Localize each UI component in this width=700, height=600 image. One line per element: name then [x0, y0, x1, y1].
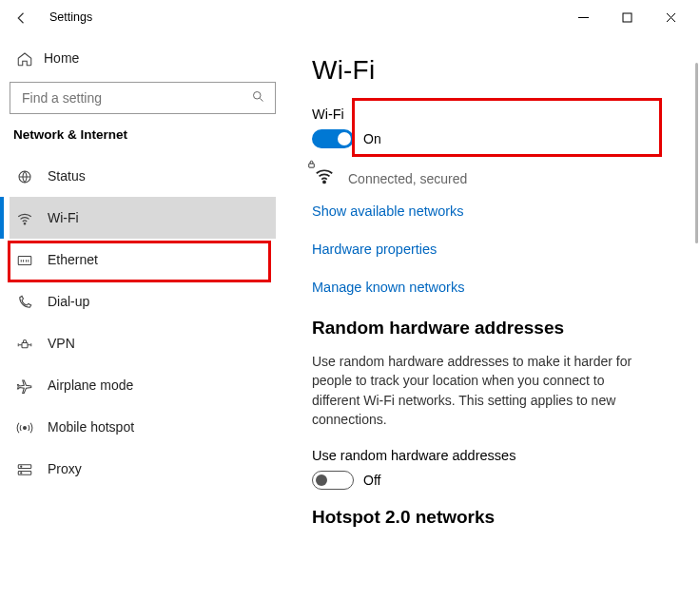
svg-point-13 — [21, 466, 22, 467]
random-addresses-description: Use random hardware addresses to make it… — [312, 352, 635, 429]
search-icon — [251, 89, 265, 106]
connection-status: Connected, secured — [312, 165, 681, 192]
link-known-networks[interactable]: Manage known networks — [312, 280, 681, 295]
svg-point-10 — [24, 426, 27, 429]
status-icon — [13, 166, 36, 184]
svg-point-4 — [254, 92, 262, 100]
sidebar-item-label: Home — [44, 50, 79, 66]
back-button[interactable] — [13, 8, 36, 26]
scrollbar-thumb[interactable] — [695, 63, 698, 243]
window-title: Settings — [49, 10, 92, 24]
sidebar-item-proxy[interactable]: Proxy — [10, 448, 276, 490]
sidebar-item-label: Airplane mode — [48, 377, 133, 393]
random-addresses-toggle[interactable] — [312, 471, 354, 490]
search-input[interactable] — [10, 82, 276, 114]
vpn-icon — [13, 334, 36, 352]
content-pane: Wi-Fi Wi-Fi On Connected, secured Show a… — [285, 34, 700, 600]
section-random-addresses: Random hardware addresses — [312, 318, 681, 339]
sidebar-item-hotspot[interactable]: Mobile hotspot — [10, 406, 276, 448]
sidebar-item-home[interactable]: Home — [10, 40, 276, 76]
svg-point-16 — [323, 181, 325, 183]
svg-rect-1 — [623, 13, 632, 22]
hotspot-icon — [13, 417, 36, 435]
wifi-toggle[interactable] — [312, 129, 354, 148]
sidebar-item-label: Proxy — [48, 461, 82, 476]
sidebar-item-label: VPN — [48, 336, 75, 351]
sidebar-item-label: Mobile hotspot — [48, 419, 134, 435]
sidebar: Home Network & Internet Status Wi-Fi — [0, 34, 285, 600]
svg-rect-8 — [18, 256, 31, 264]
link-show-networks[interactable]: Show available networks — [312, 203, 681, 219]
link-hardware-properties[interactable]: Hardware properties — [312, 242, 681, 257]
section-hotspot2: Hotspot 2.0 networks — [312, 507, 681, 528]
search-field[interactable] — [20, 89, 251, 106]
connection-status-text: Connected, secured — [348, 171, 467, 186]
sidebar-item-label: Ethernet — [48, 252, 98, 267]
wifi-secured-icon — [312, 165, 337, 192]
page-title: Wi-Fi — [312, 55, 681, 86]
sidebar-item-status[interactable]: Status — [10, 155, 276, 197]
scrollbar[interactable] — [690, 34, 700, 600]
sidebar-item-label: Dial-up — [48, 294, 89, 309]
sidebar-item-wifi[interactable]: Wi-Fi — [10, 197, 276, 239]
sidebar-item-ethernet[interactable]: Ethernet — [10, 239, 276, 281]
proxy-icon — [13, 459, 36, 477]
wifi-toggle-label: Wi-Fi — [312, 106, 681, 122]
close-button[interactable] — [649, 3, 692, 31]
lock-icon — [306, 159, 317, 171]
svg-point-14 — [21, 472, 22, 473]
wifi-icon — [13, 208, 36, 226]
airplane-icon — [13, 376, 36, 394]
svg-point-7 — [24, 223, 26, 224]
sidebar-item-vpn[interactable]: VPN — [10, 322, 276, 364]
sidebar-section-header: Network & Internet — [13, 127, 272, 142]
svg-line-5 — [260, 98, 262, 101]
title-bar: Settings — [0, 0, 700, 34]
sidebar-item-dialup[interactable]: Dial-up — [10, 281, 276, 322]
maximize-button[interactable] — [605, 3, 649, 31]
minimize-button[interactable] — [561, 3, 605, 31]
sidebar-item-label: Status — [48, 168, 86, 184]
svg-rect-9 — [22, 342, 28, 347]
sidebar-item-label: Wi-Fi — [48, 210, 79, 225]
ethernet-icon — [13, 250, 36, 268]
sidebar-item-airplane[interactable]: Airplane mode — [10, 364, 276, 406]
random-toggle-label: Use random hardware addresses — [312, 448, 681, 463]
random-toggle-state: Off — [363, 473, 380, 488]
home-icon — [13, 48, 36, 67]
wifi-toggle-state: On — [363, 131, 381, 146]
svg-rect-15 — [309, 164, 315, 167]
dialup-icon — [13, 292, 36, 310]
